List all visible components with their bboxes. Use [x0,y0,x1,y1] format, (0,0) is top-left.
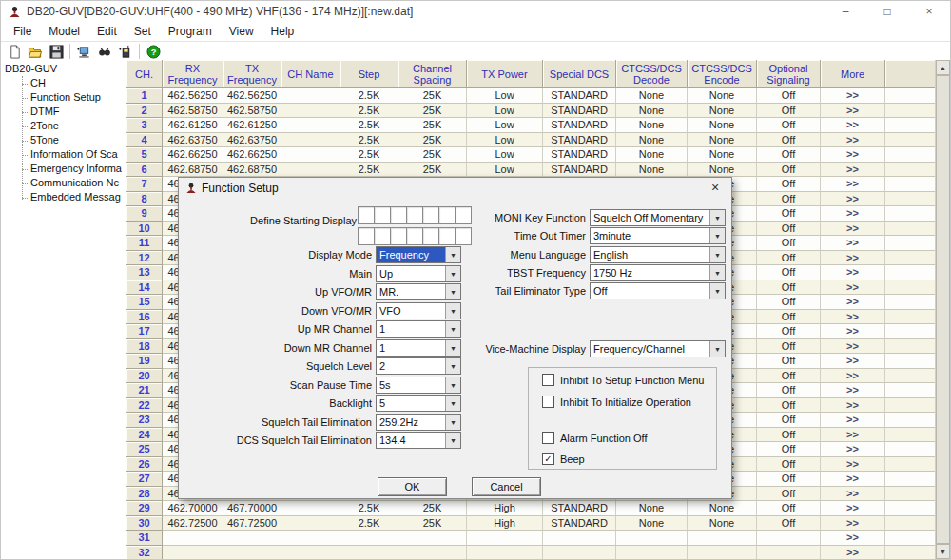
table-cell[interactable]: Off [757,472,821,487]
cancel-button[interactable]: Cancel [472,477,541,496]
table-cell[interactable] [467,546,543,560]
table-cell[interactable] [163,546,223,560]
table-cell[interactable]: Low [467,88,543,104]
vertical-scrollbar[interactable]: ▲ ▼ [935,60,950,559]
table-cell[interactable]: 2.5K [340,104,398,119]
table-cell[interactable] [688,546,757,560]
table-cell[interactable]: High [467,516,543,531]
table-cell[interactable]: 462.66250 [163,147,223,163]
table-cell[interactable]: None [616,516,688,531]
more-cell[interactable]: >> [821,177,885,192]
more-cell[interactable]: >> [821,472,885,487]
menu-view[interactable]: View [221,23,262,40]
channel-number-cell[interactable]: 5 [126,147,163,163]
table-cell[interactable]: Off [757,369,821,384]
more-cell[interactable]: >> [821,516,885,531]
channel-number-cell[interactable]: 29 [126,501,163,516]
chevron-down-icon[interactable]: ▼ [709,283,725,299]
tail-eliminator-type-dropdown[interactable]: Off▼ [590,282,726,299]
channel-number-cell[interactable]: 30 [126,516,163,531]
table-cell[interactable] [398,531,467,546]
table-cell[interactable]: Off [757,133,821,148]
channel-number-cell[interactable]: 21 [126,383,163,398]
more-cell[interactable]: >> [821,251,885,266]
table-cell[interactable]: 462.56250 [223,88,281,104]
table-cell[interactable]: Off [757,163,821,178]
write-to-radio-button[interactable] [115,43,136,60]
more-cell[interactable]: >> [821,236,885,251]
unchecked-checkbox-icon[interactable] [542,396,554,408]
maximize-button[interactable]: □ [866,1,908,22]
table-cell[interactable]: 25K [398,501,467,516]
table-cell[interactable]: 462.56250 [163,88,223,104]
channel-number-cell[interactable]: 3 [126,118,163,133]
table-cell[interactable]: None [688,88,757,104]
chevron-down-icon[interactable]: ▼ [445,433,460,448]
table-cell[interactable]: STANDARD [543,118,616,133]
table-cell[interactable]: Low [467,133,543,148]
table-cell[interactable]: 2.5K [340,163,398,178]
scroll-up-icon[interactable]: ▲ [936,60,950,75]
table-cell[interactable]: Off [757,516,821,531]
backlight-dropdown[interactable]: 5▼ [376,395,461,412]
menu-help[interactable]: Help [262,23,303,40]
sidebar-item-function-setup[interactable]: Function Setup [1,90,126,105]
table-cell[interactable]: Off [757,265,821,280]
channel-number-cell[interactable]: 20 [126,369,163,384]
more-cell[interactable]: >> [821,147,885,163]
table-cell[interactable]: Low [467,118,543,133]
table-cell[interactable]: Off [757,354,821,369]
more-cell[interactable]: >> [821,295,885,310]
squelch-tail-elimination-dropdown[interactable]: 259.2Hz▼ [376,414,461,431]
close-button[interactable]: × [908,1,950,22]
table-cell[interactable]: 25K [398,104,467,119]
sidebar-root[interactable]: DB20-GUV [1,60,126,76]
tbst-frequency-dropdown[interactable]: 1750 Hz▼ [590,264,726,281]
unchecked-checkbox-icon[interactable] [542,374,554,386]
table-cell[interactable]: STANDARD [543,133,616,148]
help-button[interactable]: ? [143,43,164,60]
channel-number-cell[interactable]: 12 [126,251,163,266]
table-cell[interactable] [543,546,616,560]
table-cell[interactable]: STANDARD [543,163,616,178]
table-cell[interactable] [616,546,688,560]
sidebar-item-communication-nc[interactable]: Communication Nc [1,176,126,190]
channel-number-cell[interactable]: 19 [126,354,163,369]
table-cell[interactable]: 2.5K [340,147,398,163]
menu-file[interactable]: File [5,23,40,40]
more-cell[interactable]: >> [821,118,885,133]
table-cell[interactable] [616,531,688,546]
sidebar-item-2tone[interactable]: 2Tone [1,119,126,133]
table-cell[interactable]: Off [757,222,821,237]
table-cell[interactable]: 25K [398,163,467,178]
table-cell[interactable]: 25K [398,147,467,163]
chevron-down-icon[interactable]: ▼ [709,247,725,262]
more-cell[interactable]: >> [821,265,885,280]
table-cell[interactable]: Off [757,310,821,325]
table-cell[interactable] [688,531,757,546]
table-cell[interactable] [281,546,340,560]
more-cell[interactable]: >> [821,413,885,428]
table-cell[interactable]: STANDARD [543,516,616,531]
table-cell[interactable]: 462.63750 [223,133,281,148]
search-ports-button[interactable] [94,43,115,60]
down-vfo-mr-dropdown[interactable]: VFO▼ [376,302,461,319]
channel-number-cell[interactable]: 10 [126,222,163,237]
table-cell[interactable]: Off [757,280,821,296]
table-cell[interactable] [398,546,467,560]
table-cell[interactable]: None [688,516,757,531]
channel-number-cell[interactable]: 9 [126,206,163,222]
table-cell[interactable]: 2.5K [340,133,398,148]
channel-number-cell[interactable]: 6 [126,163,163,178]
table-cell[interactable]: Low [467,147,543,163]
table-cell[interactable] [281,501,340,516]
table-cell[interactable] [281,516,340,531]
table-cell[interactable] [281,163,340,178]
scroll-thumb[interactable] [936,75,950,544]
table-cell[interactable]: Off [757,487,821,502]
table-cell[interactable]: None [616,501,688,516]
sidebar-item-5tone[interactable]: 5Tone [1,133,126,147]
chevron-down-icon[interactable]: ▼ [445,377,460,393]
table-cell[interactable]: Off [757,251,821,266]
more-cell[interactable]: >> [821,310,885,325]
